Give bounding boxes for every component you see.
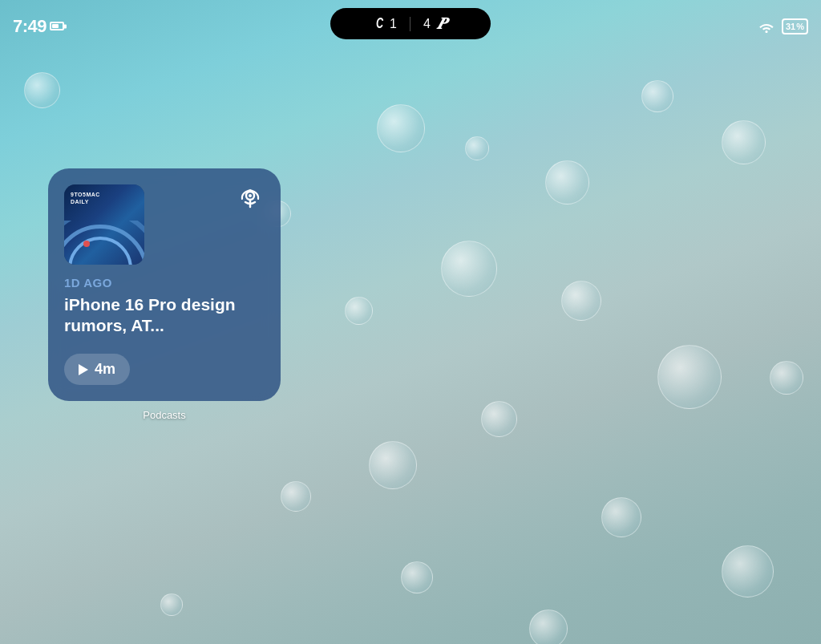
droplet xyxy=(345,297,373,325)
podcast-time-ago: 1D AGO xyxy=(64,276,265,290)
island-number-right: 4 xyxy=(423,17,431,31)
play-triangle-icon xyxy=(79,364,88,375)
droplet xyxy=(24,72,60,108)
droplet xyxy=(441,241,497,297)
widget-container: 9TO5MACDAILY xyxy=(48,168,281,421)
podcasts-svg-icon xyxy=(236,184,265,213)
droplet xyxy=(160,593,183,616)
phillies-icon: 𝑷 xyxy=(437,14,447,33)
podcast-artwork: 9TO5MACDAILY xyxy=(64,184,144,265)
droplet xyxy=(601,497,641,537)
road-dot xyxy=(83,241,90,247)
droplet xyxy=(369,441,417,489)
time-text: 7:49 xyxy=(13,16,47,37)
dynamic-island[interactable]: C 1 4 𝑷 xyxy=(330,8,491,39)
svg-point-1 xyxy=(249,194,252,197)
island-left-content: C 1 xyxy=(374,15,397,32)
droplet xyxy=(770,361,803,395)
droplet xyxy=(529,610,568,644)
time-display: 7:49 xyxy=(13,16,64,37)
status-right: 31 % xyxy=(758,18,808,34)
droplet xyxy=(401,561,433,593)
battery-percent: % xyxy=(796,22,804,31)
island-number-left: 1 xyxy=(390,17,397,31)
widget-label: Podcasts xyxy=(143,409,185,421)
droplet xyxy=(657,345,722,409)
podcasts-app-icon xyxy=(236,184,265,213)
battery-small-icon xyxy=(50,22,64,30)
battery-level: 31 xyxy=(786,22,795,31)
droplet xyxy=(722,545,774,597)
droplet xyxy=(545,160,589,205)
play-duration: 4m xyxy=(95,361,115,378)
podcast-show-name: 9TO5MACDAILY xyxy=(71,191,100,205)
play-button[interactable]: 4m xyxy=(64,354,130,385)
podcast-title: iPhone 16 Pro design rumors, AT... xyxy=(64,294,265,337)
droplet xyxy=(377,104,425,152)
droplet xyxy=(465,136,489,160)
wifi-icon xyxy=(758,20,775,33)
droplet xyxy=(722,120,766,164)
podcast-widget[interactable]: 9TO5MACDAILY xyxy=(48,168,281,401)
droplet xyxy=(561,281,601,321)
carplay-icon: C xyxy=(376,15,383,32)
droplet xyxy=(481,401,517,437)
status-bar: 7:49 C 1 4 𝑷 31 % xyxy=(0,0,821,44)
artwork-road-decoration xyxy=(64,221,144,265)
island-divider xyxy=(410,17,410,31)
podcast-content: 1D AGO iPhone 16 Pro design rumors, AT..… xyxy=(64,276,265,354)
droplet xyxy=(281,481,311,512)
battery-icon: 31 % xyxy=(782,18,808,34)
droplet xyxy=(641,80,673,112)
island-right-content: 4 𝑷 xyxy=(423,14,447,33)
podcast-top: 9TO5MACDAILY xyxy=(64,184,265,265)
